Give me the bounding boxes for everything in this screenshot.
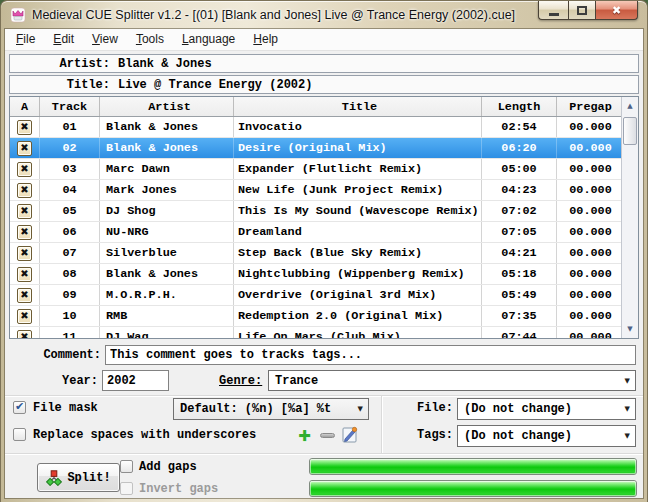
track-enabled-checkbox[interactable]: ✖: [17, 141, 32, 156]
track-length: 05:49: [482, 285, 557, 305]
split-button[interactable]: Split!: [37, 463, 120, 492]
col-header-pregap[interactable]: Pregap: [557, 97, 625, 116]
add-gaps-label: Add gaps: [139, 460, 197, 474]
track-enabled-checkbox[interactable]: ✖: [17, 309, 32, 324]
col-header-length[interactable]: Length: [482, 97, 557, 116]
track-enabled-checkbox[interactable]: ✖: [17, 246, 32, 261]
scroll-down-icon[interactable]: ▼: [622, 321, 638, 337]
invert-gaps-label: Invert gaps: [139, 482, 218, 496]
x-mark-icon: ✖: [20, 143, 28, 153]
track-enabled-checkbox[interactable]: ✖: [17, 267, 32, 282]
track-length: 07:02: [482, 201, 557, 221]
add-mask-button[interactable]: ✚: [295, 426, 314, 445]
file-action-dropdown[interactable]: (Do not change) ▼: [457, 398, 636, 420]
col-header-title[interactable]: Title: [234, 97, 482, 116]
scroll-up-icon[interactable]: ▲: [622, 98, 638, 114]
track-enabled-checkbox[interactable]: ✖: [17, 120, 32, 135]
track-artist: Mark Jones: [100, 180, 234, 200]
table-row[interactable]: ✖ 06 NU-NRG Dreamland 07:05 00.000: [10, 222, 625, 243]
x-mark-icon: ✖: [20, 248, 28, 258]
album-title-box: Title: Live @ Trance Energy (2002): [9, 75, 639, 94]
track-title: Life On Mars (Club Mix): [234, 327, 482, 339]
track-enabled-checkbox[interactable]: ✖: [17, 162, 32, 177]
track-pregap: 00.000: [557, 117, 625, 137]
x-mark-icon: ✖: [20, 269, 28, 279]
table-row[interactable]: ✖ 10 RMB Redemption 2.0 (Original Mix) 0…: [10, 306, 625, 327]
file-mask-checkbox[interactable]: ✔: [13, 401, 26, 414]
maximize-button[interactable]: [568, 1, 596, 20]
edit-mask-button[interactable]: [341, 425, 359, 444]
app-window: Medieval CUE Splitter v1.2 - [(01) [Blan…: [0, 0, 648, 502]
track-title: Redemption 2.0 (Original Mix): [234, 306, 482, 326]
track-enabled-checkbox[interactable]: ✖: [17, 225, 32, 240]
table-row[interactable]: ✖ 09 M.O.R.P.H. Overdrive (Original 3rd …: [10, 285, 625, 306]
app-icon: [10, 7, 26, 23]
track-title: Nightclubbing (Wippenberg Remix): [234, 264, 482, 284]
menu-tools[interactable]: Tools: [127, 29, 173, 50]
track-length: 05:00: [482, 159, 557, 179]
add-gaps-checkbox[interactable]: [120, 460, 133, 473]
file-mask-dropdown[interactable]: Default: (%n) [%a] %t ▼: [173, 398, 369, 420]
minimize-button[interactable]: [538, 1, 568, 20]
track-number: 08: [40, 264, 100, 284]
separator: [5, 453, 643, 454]
table-header: A Track Artist Title Length Pregap: [10, 97, 625, 117]
remove-mask-button[interactable]: [320, 433, 335, 438]
table-row[interactable]: ✖ 04 Mark Jones New Life (Junk Project R…: [10, 180, 625, 201]
menu-file[interactable]: File: [7, 29, 44, 50]
track-table: A Track Artist Title Length Pregap ✖ 01 …: [9, 96, 639, 339]
menu-bar: File Edit View Tools Language Help: [5, 29, 643, 51]
track-pregap: 00.000: [557, 138, 625, 158]
track-artist: Blank & Jones: [100, 264, 234, 284]
menu-edit[interactable]: Edit: [44, 29, 83, 50]
track-pregap: 00.000: [557, 201, 625, 221]
genre-dropdown[interactable]: Trance ▼: [268, 370, 636, 391]
track-length: 02:54: [482, 117, 557, 137]
track-pregap: 00.000: [557, 327, 625, 339]
genre-label[interactable]: Genre:: [219, 374, 265, 388]
track-pregap: 00.000: [557, 264, 625, 284]
track-pregap: 00.000: [557, 180, 625, 200]
table-row[interactable]: ✖ 07 Silverblue Step Back (Blue Sky Remi…: [10, 243, 625, 264]
close-button[interactable]: ✖: [596, 1, 638, 20]
menu-help[interactable]: Help: [244, 29, 287, 50]
track-enabled-checkbox[interactable]: ✖: [17, 288, 32, 303]
genre-value: Trance: [275, 374, 318, 388]
track-enabled-checkbox[interactable]: ✖: [17, 330, 32, 340]
tags-action-dropdown[interactable]: (Do not change) ▼: [457, 425, 636, 447]
track-length: 04:21: [482, 243, 557, 263]
table-row[interactable]: ✖ 08 Blank & Jones Nightclubbing (Wippen…: [10, 264, 625, 285]
table-row[interactable]: ✖ 11 DJ Wag Life On Mars (Club Mix) 07:4…: [10, 327, 625, 339]
check-icon: ✔: [15, 401, 24, 412]
window-title: Medieval CUE Splitter v1.2 - [(01) [Blan…: [32, 1, 515, 29]
chevron-down-icon: ▼: [625, 432, 630, 440]
track-length: 07:35: [482, 306, 557, 326]
x-mark-icon: ✖: [20, 332, 28, 339]
track-artist: Blank & Jones: [100, 138, 234, 158]
title-label: Title:: [10, 78, 110, 92]
file-mask-label: File mask: [33, 401, 98, 415]
col-header-a[interactable]: A: [10, 97, 40, 116]
track-enabled-checkbox[interactable]: ✖: [17, 183, 32, 198]
menu-language[interactable]: Language: [173, 29, 244, 50]
scrollbar-thumb[interactable]: [623, 117, 637, 145]
track-title: Desire (Original Mix): [234, 138, 482, 158]
col-header-track[interactable]: Track: [40, 97, 100, 116]
chevron-down-icon: ▼: [358, 405, 363, 413]
titlebar[interactable]: Medieval CUE Splitter v1.2 - [(01) [Blan…: [1, 1, 647, 29]
table-row[interactable]: ✖ 02 Blank & Jones Desire (Original Mix)…: [10, 138, 625, 159]
year-input[interactable]: [102, 370, 169, 391]
table-row[interactable]: ✖ 01 Blank & Jones Invocatio 02:54 00.00…: [10, 117, 625, 138]
tags-action-value: (Do not change): [464, 429, 572, 443]
track-artist: RMB: [100, 306, 234, 326]
comment-input[interactable]: [105, 345, 636, 365]
chevron-down-icon: ▼: [625, 405, 630, 413]
table-scrollbar[interactable]: ▲ ▼: [621, 97, 638, 338]
track-enabled-checkbox[interactable]: ✖: [17, 204, 32, 219]
table-row[interactable]: ✖ 03 Marc Dawn Expander (Flutlicht Remix…: [10, 159, 625, 180]
table-row[interactable]: ✖ 05 DJ Shog This Is My Sound (Wavescope…: [10, 201, 625, 222]
progress-bar-current: [309, 480, 637, 497]
replace-spaces-checkbox[interactable]: [13, 428, 26, 441]
col-header-artist[interactable]: Artist: [100, 97, 234, 116]
menu-view[interactable]: View: [83, 29, 127, 50]
